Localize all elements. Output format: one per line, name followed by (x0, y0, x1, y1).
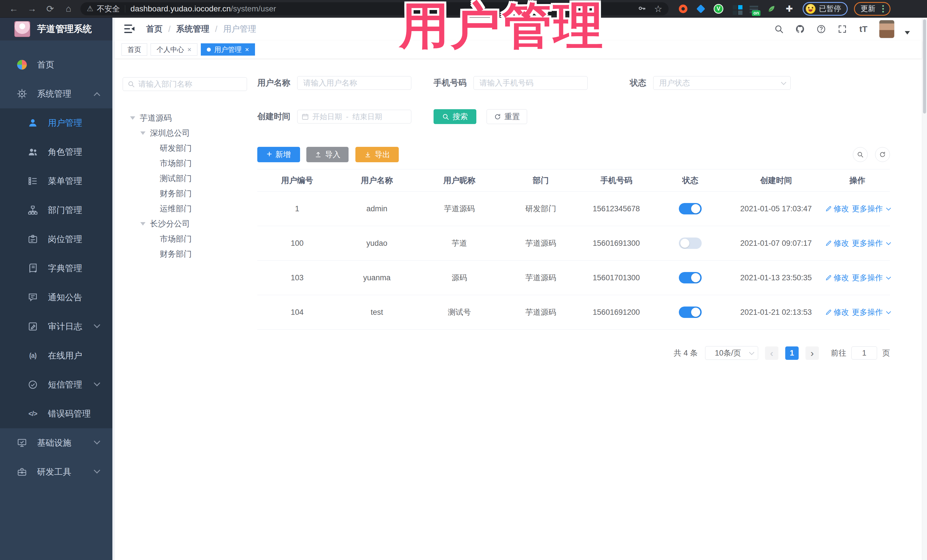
import-button[interactable]: 导入 (306, 147, 348, 162)
browser-forward-icon[interactable]: → (23, 3, 41, 14)
fullscreen-icon[interactable] (837, 24, 848, 35)
tab-profile[interactable]: 个人中心 × (150, 43, 198, 56)
sidebar-item-post-mgmt[interactable]: 岗位管理 (0, 225, 112, 254)
url-path: /system/user (231, 4, 276, 13)
more-actions-link[interactable]: 更多操作 (852, 307, 890, 317)
status-toggle[interactable] (679, 272, 702, 284)
extension-green-v-icon[interactable]: V (714, 4, 723, 14)
extension-leaf-icon[interactable] (767, 4, 777, 14)
status-toggle[interactable] (679, 307, 702, 318)
sidebar-item-audit-log[interactable]: 审计日志 (0, 312, 112, 341)
prev-page-button[interactable]: ‹ (765, 346, 778, 360)
sidebar-item-error-code[interactable]: </> 错误码管理 (0, 399, 112, 428)
edit-link[interactable]: 修改 (825, 203, 849, 214)
logo[interactable]: 芋道管理系统 (0, 18, 112, 41)
browser-update-button[interactable]: 更新 (854, 2, 891, 16)
date-start-input[interactable] (309, 112, 345, 121)
username-input[interactable] (297, 76, 411, 90)
status-select[interactable]: 用户状态 (653, 76, 791, 90)
sidebar-item-system[interactable]: 系统管理 (0, 79, 112, 108)
status-toggle[interactable] (679, 238, 702, 249)
extension-puzzle-icon[interactable]: ✚ (784, 4, 794, 14)
toggle-search-button[interactable] (853, 147, 868, 162)
reset-button[interactable]: 重置 (486, 109, 527, 124)
scrollbar-thumb[interactable] (923, 20, 926, 114)
sidebar-item-role-mgmt[interactable]: 角色管理 (0, 137, 112, 167)
page-size-select[interactable]: 10条/页 (705, 346, 758, 360)
more-actions-link[interactable]: 更多操作 (852, 238, 890, 248)
avatar-caret-icon[interactable] (905, 31, 910, 35)
sidebar-item-home[interactable]: 首页 (0, 50, 112, 79)
edit-link[interactable]: 修改 (825, 307, 849, 317)
chevron-down-icon (94, 380, 100, 386)
extension-blue-gem-icon[interactable] (696, 4, 706, 14)
sidebar-collapse-icon[interactable] (123, 23, 136, 36)
tree-node[interactable]: 财务部门 (123, 246, 247, 261)
extension-list-icon[interactable]: on (749, 4, 759, 14)
browser-menu-dots-icon[interactable] (882, 8, 884, 10)
tree-expand-icon[interactable] (140, 222, 146, 226)
tab-user-mgmt[interactable]: 用户管理 × (201, 43, 255, 56)
extension-orange-ring-icon[interactable] (678, 4, 688, 14)
browser-reload-icon[interactable]: ⟳ (41, 3, 59, 14)
tree-node[interactable]: 运维部门 (123, 201, 247, 216)
edit-link[interactable]: 修改 (825, 238, 849, 248)
pencil-icon (825, 240, 832, 247)
font-size-icon[interactable]: tT (858, 24, 869, 35)
bookmark-star-icon[interactable]: ☆ (654, 3, 662, 14)
user-avatar[interactable] (879, 20, 895, 38)
sidebar-item-sms-mgmt[interactable]: 短信管理 (0, 370, 112, 399)
dept-search-input[interactable] (138, 80, 242, 89)
search-icon[interactable] (774, 24, 784, 35)
close-icon[interactable]: × (187, 46, 191, 53)
next-page-button[interactable]: › (805, 346, 819, 360)
more-actions-link[interactable]: 更多操作 (852, 273, 890, 283)
url-text: dashboard.yudao.iocoder.cn/system/user (130, 4, 276, 14)
refresh-table-button[interactable] (875, 147, 890, 162)
mobile-input[interactable] (474, 76, 588, 90)
current-page-button[interactable]: 1 (785, 346, 799, 360)
password-key-icon[interactable] (637, 4, 646, 14)
tree-node[interactable]: 市场部门 (123, 156, 247, 171)
tree-node[interactable]: 市场部门 (123, 231, 247, 246)
sidebar-item-dept-mgmt[interactable]: 部门管理 (0, 196, 112, 225)
sidebar-item-dev-tools[interactable]: 研发工具 (0, 457, 112, 486)
sidebar-item-dict-mgmt[interactable]: 字典管理 (0, 254, 112, 283)
url-bar[interactable]: ⚠ 不安全 dashboard.yudao.iocoder.cn/system/… (81, 2, 669, 15)
close-icon[interactable]: × (245, 46, 249, 53)
help-icon[interactable] (816, 24, 827, 35)
date-end-input[interactable] (349, 112, 386, 121)
export-button[interactable]: 导出 (356, 147, 399, 162)
not-secure-warning-icon[interactable]: ⚠ (87, 4, 93, 13)
breadcrumb-system[interactable]: 系统管理 (176, 23, 209, 35)
page-scrollbar[interactable] (922, 18, 927, 560)
browser-back-icon[interactable]: ← (5, 3, 23, 14)
tree-node[interactable]: 测试部门 (123, 171, 247, 186)
tree-node[interactable]: 长沙分公司 (123, 216, 247, 231)
sidebar-item-online-users[interactable]: (a) 在线用户 (0, 341, 112, 370)
tab-home[interactable]: 首页 (122, 43, 147, 56)
tree-node[interactable]: 研发部门 (123, 141, 247, 156)
tree-expand-icon[interactable] (140, 132, 146, 135)
date-range-picker[interactable]: - (297, 110, 411, 123)
more-actions-link[interactable]: 更多操作 (852, 203, 890, 214)
tree-node[interactable]: 财务部门 (123, 186, 247, 201)
tree-node[interactable]: 芋道源码 (123, 110, 247, 126)
sidebar-item-notice[interactable]: 通知公告 (0, 283, 112, 312)
sidebar-item-menu-mgmt[interactable]: 菜单管理 (0, 167, 112, 196)
tree-node[interactable]: 深圳总公司 (123, 126, 247, 141)
sidebar-item-infra[interactable]: 基础设施 (0, 428, 112, 457)
github-icon[interactable] (795, 24, 805, 35)
tree-expand-icon[interactable] (130, 116, 135, 120)
sidebar-scrollbar[interactable] (112, 18, 115, 560)
sidebar-item-user-mgmt[interactable]: 用户管理 (0, 108, 112, 137)
goto-page-input[interactable] (851, 346, 877, 360)
status-toggle[interactable] (679, 203, 702, 214)
add-button[interactable]: + 新增 (257, 147, 300, 162)
profile-paused-chip[interactable]: 已暂停 (802, 2, 848, 16)
extension-grid-icon[interactable] (731, 4, 741, 14)
search-button[interactable]: 搜索 (433, 109, 476, 124)
browser-home-icon[interactable]: ⌂ (59, 3, 78, 14)
edit-link[interactable]: 修改 (825, 273, 849, 283)
breadcrumb-home[interactable]: 首页 (146, 23, 163, 35)
